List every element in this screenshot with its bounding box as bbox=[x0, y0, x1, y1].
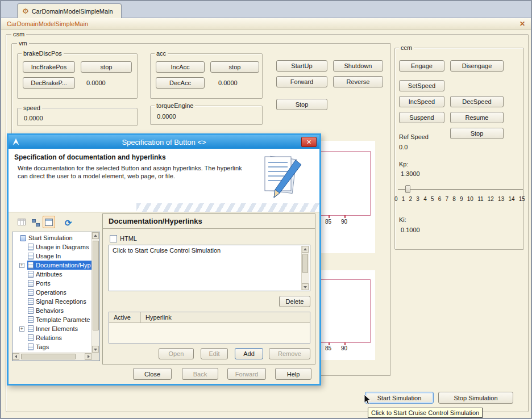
tree-item-relations[interactable]: Relations bbox=[13, 333, 91, 342]
tree-item-documentation-hyperlinks[interactable]: + Documentation/Hyp bbox=[13, 261, 91, 270]
back-button[interactable]: Back bbox=[182, 368, 218, 380]
group-acc bbox=[150, 53, 263, 99]
page-icon bbox=[28, 343, 34, 350]
magicdraw-icon bbox=[12, 138, 20, 146]
column-active: Active bbox=[109, 312, 141, 322]
kp-slider-track[interactable] bbox=[398, 189, 523, 190]
tree-item-inner-elements[interactable]: + Inner Elements bbox=[13, 324, 91, 333]
scroll-down-icon[interactable] bbox=[92, 346, 99, 353]
dialog-titlebar[interactable]: Specification of Button <> ✕ bbox=[9, 135, 319, 149]
add-button[interactable]: Add bbox=[235, 348, 263, 359]
acc-stop-button[interactable]: stop bbox=[210, 61, 259, 73]
close-button[interactable]: Close bbox=[133, 368, 172, 380]
incspeed-button[interactable]: IncSpeed bbox=[399, 96, 444, 107]
kp-slider-thumb[interactable] bbox=[405, 185, 410, 193]
shutdown-button[interactable]: Shutdown bbox=[333, 60, 383, 72]
scroll-down-icon[interactable] bbox=[302, 283, 309, 290]
documentation-panel: Documentation/Hyperlinks HTML Click to S… bbox=[102, 213, 315, 364]
suspend-button[interactable]: Suspend bbox=[399, 112, 444, 123]
tree-item-template-parameters[interactable]: Template Paramete bbox=[13, 315, 91, 324]
incacc-button[interactable]: IncAcc bbox=[156, 61, 205, 73]
chart-xtick: 85 bbox=[325, 345, 331, 351]
chart-tickmark bbox=[329, 215, 330, 218]
scrollbar-thumb[interactable] bbox=[302, 254, 308, 273]
decspeed-button[interactable]: DecSpeed bbox=[450, 96, 504, 107]
scroll-left-icon[interactable] bbox=[13, 353, 19, 360]
tree-horizontal-scrollbar[interactable] bbox=[13, 353, 92, 361]
ki-label: Ki: bbox=[399, 216, 406, 223]
kp-slider-ticks: 0 1 2 3 4 5 6 7 8 9 10 11 12 13 14 15 bbox=[394, 196, 525, 202]
decacc-button[interactable]: DecAcc bbox=[156, 77, 205, 89]
specification-tree: Start Simulation Usage in Diagrams Usage… bbox=[12, 232, 100, 361]
tree-item-signal-receptions[interactable]: Signal Receptions bbox=[13, 297, 91, 306]
page-icon bbox=[28, 298, 34, 305]
scrollbar-thumb[interactable] bbox=[21, 354, 76, 359]
tree-mode-button[interactable] bbox=[29, 216, 41, 228]
tick-label: 7 bbox=[445, 196, 448, 202]
vm-stop-button[interactable]: Stop bbox=[276, 99, 327, 110]
section-title: Documentation/Hyperlinks bbox=[103, 214, 315, 229]
engage-button[interactable]: Engage bbox=[399, 60, 444, 72]
kp-label: Kp: bbox=[399, 161, 409, 167]
scrollbar-corner bbox=[92, 353, 99, 361]
scrollbar-thumb[interactable] bbox=[93, 241, 99, 330]
compartment-mode-button[interactable] bbox=[43, 216, 55, 228]
scroll-right-icon[interactable] bbox=[85, 353, 92, 360]
ccm-stop-button[interactable]: Stop bbox=[450, 128, 504, 139]
simulation-window: ⚙ CarDomainModelSimpleMain CarDomainMode… bbox=[0, 0, 532, 419]
tree-item-start-simulation[interactable]: Start Simulation bbox=[13, 233, 91, 242]
ref-speed-label: Ref Speed bbox=[399, 133, 429, 140]
start-simulation-button[interactable]: Start Simulation bbox=[365, 392, 434, 404]
tree-item-usage-in-diagrams[interactable]: Usage in Diagrams bbox=[13, 242, 91, 252]
columns-mode-button[interactable] bbox=[15, 216, 28, 228]
forward-button[interactable]: Forward bbox=[227, 368, 266, 380]
tab-label: CarDomainModelSimpleMain bbox=[32, 8, 113, 15]
tree-item-attributes[interactable]: Attributes bbox=[13, 270, 91, 279]
delete-button[interactable]: Delete bbox=[279, 296, 310, 307]
tab-cardomainmodelsimplemain[interactable]: ⚙ CarDomainModelSimpleMain bbox=[17, 3, 122, 18]
dialog-close-button[interactable]: ✕ bbox=[301, 137, 317, 147]
edit-button[interactable]: Edit bbox=[201, 348, 228, 359]
tree-item-tags[interactable]: Tags bbox=[13, 342, 91, 351]
stop-simulation-button[interactable]: Stop Simulation bbox=[438, 392, 513, 404]
startup-button[interactable]: StartUp bbox=[276, 60, 327, 72]
tick-label: 6 bbox=[438, 196, 442, 202]
tree-vertical-scrollbar[interactable] bbox=[92, 232, 99, 353]
tick-label: 14 bbox=[508, 196, 514, 202]
tree-item-ports[interactable]: Ports bbox=[13, 279, 91, 288]
hyperlink-table[interactable]: Active Hyperlink bbox=[109, 312, 310, 343]
compartment-icon bbox=[45, 219, 53, 226]
reverse-button[interactable]: Reverse bbox=[333, 76, 383, 87]
forward-button[interactable]: Forward bbox=[276, 76, 327, 87]
tree-item-operations[interactable]: Operations bbox=[13, 288, 91, 297]
help-button[interactable]: Help bbox=[275, 368, 311, 380]
scroll-up-icon[interactable] bbox=[92, 232, 99, 239]
brake-stop-button[interactable]: stop bbox=[81, 61, 132, 73]
expand-icon[interactable]: + bbox=[19, 326, 24, 332]
ki-value: 0.1000 bbox=[401, 227, 420, 233]
acc-value: 0.0000 bbox=[218, 79, 238, 86]
expand-icon[interactable]: + bbox=[19, 263, 24, 268]
page-icon bbox=[28, 316, 34, 323]
dialog-header-title: Specification of documentation and hyper… bbox=[14, 153, 166, 161]
decbrakepos-button[interactable]: DecBrakeP... bbox=[23, 77, 75, 89]
textarea-scrollbar[interactable] bbox=[301, 246, 309, 290]
incbrakepos-button[interactable]: IncBrakePos bbox=[23, 61, 75, 73]
tree-item-behaviors[interactable]: Behaviors bbox=[13, 306, 91, 315]
resume-button[interactable]: Resume bbox=[450, 112, 504, 123]
tree-item-usage-in[interactable]: Usage In bbox=[13, 252, 91, 261]
documentation-textarea[interactable]: Click to Start Cruise Control Simulation bbox=[109, 245, 310, 291]
scroll-up-icon[interactable] bbox=[302, 246, 309, 253]
remove-button[interactable]: Remove bbox=[269, 348, 310, 359]
setspeed-button[interactable]: SetSpeed bbox=[399, 80, 444, 91]
open-button[interactable]: Open bbox=[159, 348, 194, 359]
disengage-button[interactable]: Disengage bbox=[450, 60, 504, 72]
chart-xtick: 90 bbox=[341, 219, 347, 225]
tick-label: 5 bbox=[431, 196, 434, 202]
html-checkbox[interactable] bbox=[110, 235, 117, 242]
mouse-cursor-icon bbox=[364, 394, 372, 405]
tick-label: 11 bbox=[477, 196, 483, 202]
close-icon[interactable]: ✕ bbox=[519, 20, 525, 28]
columns-icon bbox=[18, 219, 26, 225]
refresh-button[interactable]: ⟳ bbox=[62, 216, 74, 229]
